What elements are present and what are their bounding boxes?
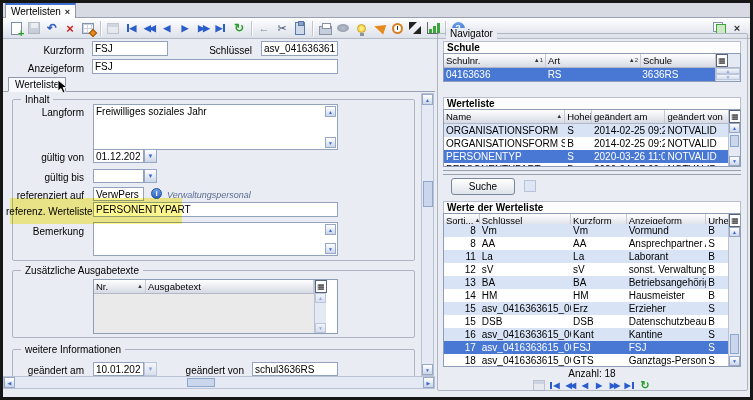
geaendert-am-dropdown-icon[interactable]: ▼ [144, 362, 157, 376]
column-header-geaendert-am[interactable]: geändert am [592, 110, 665, 123]
horizontal-scrollbar[interactable]: ◀ ▶ [3, 376, 435, 389]
gueltig-von-field[interactable] [93, 149, 144, 163]
werteliste-row[interactable]: ORGANISATIONSFORM S 2014-02-25 09:21:59.… [444, 124, 728, 137]
vertical-scrollbar[interactable]: ▲ ▼ [421, 93, 434, 376]
column-header-name[interactable]: Name▲ [444, 110, 565, 123]
refresh-button[interactable]: ↻ [638, 378, 653, 392]
grid-settings-icon[interactable]: ▦ [315, 280, 327, 293]
filter-button[interactable] [370, 19, 388, 37]
werte-row[interactable]: 12 sV sV sonst. Verwaltung B [444, 263, 728, 276]
nav-next-button[interactable]: ▶ [176, 19, 194, 37]
werteliste-row[interactable]: PERSONENTYPART B 2020-04-17 09:49:07... … [444, 163, 728, 166]
werte-row[interactable]: 8 AA AA Ansprechpartner ASD S [444, 237, 728, 250]
nav-next-button[interactable]: ▶ [593, 378, 606, 392]
werte-row[interactable]: 8 Vm Vm Vormund B [444, 224, 728, 237]
nav-fast-prev-button[interactable]: ◀◀ [563, 378, 578, 392]
geaendert-am-field[interactable] [93, 362, 144, 376]
geaendert-von-field[interactable] [252, 362, 338, 376]
scrollbar-thumb[interactable] [187, 378, 215, 387]
scroll-right-icon[interactable]: ▶ [423, 377, 434, 388]
table-scrollbar[interactable]: ▦ ▲ ▼ [728, 110, 740, 166]
nav-prev-button[interactable]: ◀ [579, 378, 592, 392]
column-header-ausgabetext[interactable]: Ausgabetext [146, 280, 314, 293]
paste-button[interactable] [291, 19, 309, 37]
scroll-down-icon[interactable]: ▼ [422, 364, 433, 375]
nav-fast-prev-button[interactable]: ◀◀ [140, 19, 158, 37]
werte-row[interactable]: 11 La La Laborant B [444, 250, 728, 263]
werte-row[interactable]: 13 BA BA Betriebsangehöriger B [444, 276, 728, 289]
scroll-up-icon[interactable]: ▲ [315, 293, 326, 303]
referenziert-field[interactable] [93, 187, 144, 201]
column-header-nr[interactable]: Nr.▲ [94, 280, 146, 293]
column-header-geaendert-von[interactable]: geändert von [665, 110, 728, 123]
scrollbar-thumb[interactable] [730, 135, 739, 147]
form-view-button[interactable] [532, 378, 547, 392]
werte-row[interactable]: 15 asv_0416363615_000000... Erz Erzieher… [444, 302, 728, 315]
scrollbar-thumb[interactable] [423, 181, 433, 207]
nav-fast-next-button[interactable]: ▶▶ [607, 378, 622, 392]
langform-textarea[interactable]: Freiwilliges soziales Jahr [93, 104, 338, 150]
referenz-werteliste-field[interactable] [93, 202, 338, 217]
scroll-up-icon[interactable]: ▲ [729, 227, 740, 237]
timer-button[interactable] [388, 19, 406, 37]
new-record-button[interactable]: + [7, 19, 25, 37]
splitter-handle[interactable] [443, 170, 741, 175]
scroll-down-icon[interactable]: ▼ [729, 356, 740, 366]
hint-button[interactable] [352, 19, 370, 37]
print-button[interactable] [316, 19, 334, 37]
gueltig-bis-dropdown-icon[interactable]: ▼ [144, 169, 157, 183]
werte-row[interactable]: 14 HM HM Hausmeister B [444, 289, 728, 302]
schluessel-field[interactable] [261, 41, 338, 56]
scroll-down-icon[interactable]: ▼ [325, 243, 336, 254]
werteliste-row-selected[interactable]: PERSONENTYP S 2020-03-26 11:07:56... NOT… [444, 150, 728, 163]
werte-row[interactable]: 18 asv_0416363615_000000... GTS Ganztags… [444, 354, 728, 366]
anzeigeform-field[interactable] [92, 59, 338, 74]
table-scrollbar[interactable]: ▦ ▲ ▼ [314, 280, 326, 333]
grid-settings-icon[interactable]: ▦ [729, 214, 741, 227]
bemerkung-textarea[interactable] [93, 222, 338, 256]
nav-fast-next-button[interactable]: ▶▶ [194, 19, 212, 37]
scroll-left-icon[interactable]: ◀ [4, 377, 15, 388]
column-header-art[interactable]: Art▲2 [546, 54, 641, 67]
scroll-up-icon[interactable]: ▲ [325, 106, 336, 117]
resize-button[interactable] [406, 19, 424, 37]
table-scrollbar[interactable]: ▲ ▼ [715, 68, 740, 81]
scroll-down-icon[interactable]: ▼ [315, 323, 326, 333]
form-view-button[interactable] [104, 19, 122, 37]
schule-row[interactable]: 04163636 RS 3636RS ▲ ▼ [444, 68, 740, 81]
refresh-button[interactable]: ↻ [230, 19, 248, 37]
scroll-up-icon[interactable]: ▲ [422, 94, 433, 105]
back-button[interactable]: ← [255, 19, 273, 37]
werte-row[interactable]: 15 DSB DSB Datenschutzbeauftragt... B [444, 315, 728, 328]
column-header-schule[interactable]: Schule [641, 54, 716, 67]
snapshot-button[interactable] [334, 19, 352, 37]
table-scrollbar[interactable]: ▦ ▲ ▼ [728, 214, 740, 366]
nav-first-button[interactable]: ◀ [548, 378, 562, 392]
tab-wertelisten[interactable]: Wertelisten × [5, 3, 76, 18]
gueltig-bis-field[interactable] [93, 169, 144, 183]
scrollbar-thumb[interactable] [730, 334, 739, 354]
edit-list-button[interactable] [79, 19, 97, 37]
scroll-down-icon[interactable]: ▼ [325, 137, 336, 148]
nav-last-button[interactable]: ▶ [212, 19, 230, 37]
suche-checkbox[interactable] [524, 180, 536, 192]
column-header-schulnr[interactable]: Schulnr.▲1 [444, 54, 546, 67]
scroll-up-icon[interactable]: ▲ [325, 224, 336, 235]
grid-settings-icon[interactable]: ▦ [729, 110, 741, 123]
scroll-up-icon[interactable]: ▲ [729, 123, 740, 133]
suche-button[interactable]: Suche [451, 178, 515, 195]
nav-prev-button[interactable]: ◀ [158, 19, 176, 37]
grid-settings-icon[interactable]: ▦ [716, 54, 728, 67]
cut-button[interactable]: ✂ [273, 19, 291, 37]
gueltig-von-dropdown-icon[interactable]: ▼ [144, 149, 157, 163]
werte-row-selected[interactable]: 17 asv_0416363615_000000... FSJ FSJ S [444, 341, 728, 354]
save-button[interactable] [25, 19, 43, 37]
scroll-down-icon[interactable]: ▼ [729, 156, 740, 166]
kurzform-field[interactable] [92, 41, 168, 56]
undo-button[interactable]: ↶ [43, 19, 61, 37]
column-header-hoheit[interactable]: Hoheit [565, 110, 592, 123]
nav-last-button[interactable]: ▶ [623, 378, 637, 392]
nav-first-button[interactable]: ◀ [122, 19, 140, 37]
werte-row[interactable]: 16 asv_0416363615_000000... Kant Kantine… [444, 328, 728, 341]
tab-close-icon[interactable]: × [65, 7, 70, 17]
